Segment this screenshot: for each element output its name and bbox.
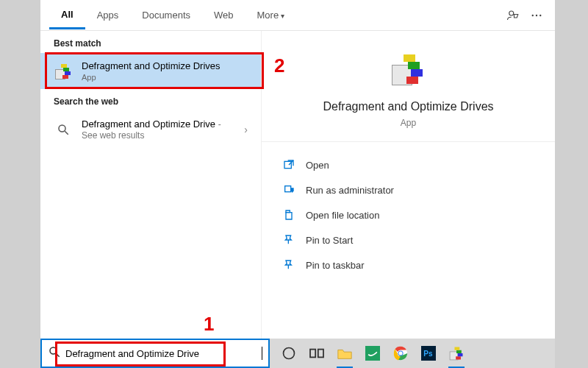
search-icon — [48, 345, 61, 361]
svg-line-5 — [65, 131, 68, 135]
result-title: Defragment and Optimize Drives — [82, 60, 248, 71]
tab-all[interactable]: All — [49, 1, 85, 29]
pin-icon — [282, 258, 295, 272]
web-result[interactable]: Defragment and Optimize Drive - See web … — [40, 111, 261, 148]
svg-point-1 — [532, 14, 534, 15]
search-web-header: Search the web — [40, 89, 261, 111]
file-explorer-icon[interactable] — [334, 343, 355, 364]
text-cursor — [262, 347, 262, 360]
annotation-label-2: 2 — [274, 54, 284, 77]
pin-icon — [282, 233, 295, 247]
search-icon — [54, 120, 73, 139]
svg-rect-6 — [284, 161, 291, 168]
search-input[interactable] — [65, 348, 257, 359]
svg-point-3 — [539, 14, 541, 15]
folder-icon — [282, 208, 295, 222]
tab-more[interactable]: More▾ — [245, 2, 297, 28]
svg-point-18 — [399, 352, 403, 355]
svg-line-11 — [56, 353, 60, 357]
tab-apps[interactable]: Apps — [85, 2, 131, 28]
search-bar[interactable] — [40, 339, 270, 368]
tab-documents[interactable]: Documents — [130, 2, 202, 28]
best-match-header: Best match — [40, 31, 261, 53]
result-title: Defragment and Optimize Drive - See web … — [82, 118, 235, 141]
svg-rect-13 — [310, 350, 315, 358]
feedback-icon[interactable] — [506, 9, 520, 22]
svg-rect-7 — [285, 186, 291, 192]
taskbar: Ps — [270, 339, 555, 368]
preview-sub: App — [269, 118, 548, 128]
svg-point-10 — [50, 347, 57, 354]
chevron-right-icon: › — [244, 124, 248, 135]
open-icon — [282, 158, 295, 171]
svg-rect-15 — [365, 346, 380, 361]
preview-title: Defragment and Optimize Drives — [269, 100, 548, 113]
action-run-admin[interactable]: Run as administrator — [275, 177, 542, 202]
svg-point-2 — [536, 14, 537, 15]
svg-rect-14 — [318, 350, 323, 358]
annotation-label-1: 1 — [204, 313, 214, 336]
chrome-icon[interactable] — [390, 343, 411, 364]
best-match-result[interactable]: Defragment and Optimize Drives App — [40, 53, 261, 89]
cortana-icon[interactable] — [279, 343, 299, 364]
task-view-icon[interactable] — [306, 343, 327, 364]
photoshop-icon[interactable]: Ps — [418, 343, 439, 364]
preview-pane: Defragment and Optimize Drives App Open … — [261, 31, 555, 339]
svg-text:Ps: Ps — [423, 350, 433, 358]
defrag-taskbar-icon[interactable] — [446, 343, 467, 364]
action-open[interactable]: Open — [275, 152, 542, 177]
svg-point-0 — [509, 11, 514, 15]
app-icon[interactable] — [362, 343, 383, 364]
svg-point-12 — [284, 348, 295, 359]
action-pin-taskbar[interactable]: Pin to taskbar — [275, 252, 542, 277]
admin-shield-icon — [282, 183, 295, 197]
defrag-icon — [54, 62, 73, 81]
result-sub: App — [82, 73, 248, 82]
action-open-location[interactable]: Open file location — [275, 202, 542, 227]
svg-point-4 — [59, 125, 65, 132]
chevron-down-icon: ▾ — [281, 12, 284, 20]
results-column: Best match Defragment and Optimize Drive… — [40, 31, 261, 339]
defrag-icon — [389, 49, 429, 88]
action-pin-start[interactable]: Pin to Start — [275, 227, 542, 252]
tab-web[interactable]: Web — [202, 2, 245, 28]
search-filter-tabs: All Apps Documents Web More▾ — [40, 0, 555, 31]
more-options-icon[interactable] — [530, 9, 543, 22]
